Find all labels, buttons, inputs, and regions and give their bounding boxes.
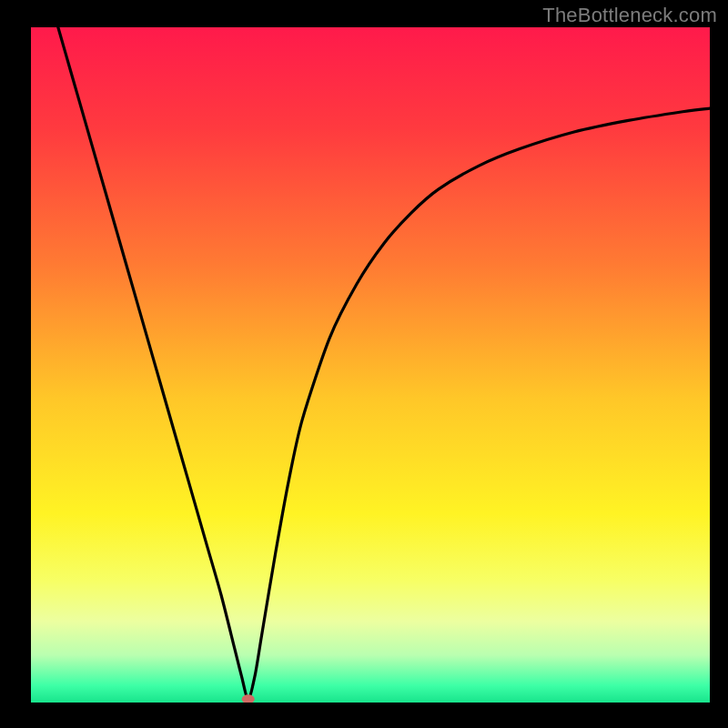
plot-background xyxy=(31,27,710,703)
watermark-text: TheBottleneck.com xyxy=(542,4,717,27)
minimum-marker xyxy=(242,694,255,703)
bottleneck-chart xyxy=(0,0,728,728)
chart-frame: TheBottleneck.com xyxy=(0,0,728,728)
